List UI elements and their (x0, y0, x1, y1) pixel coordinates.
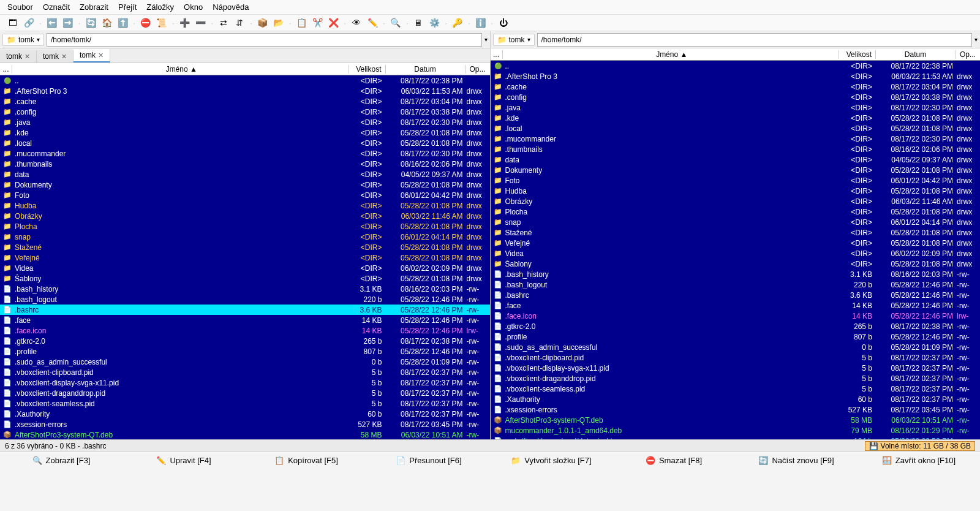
right-file-list[interactable]: ..<DIR>08/17/22 02:38 PM.AfterShot Pro 3… (491, 61, 981, 439)
file-row[interactable]: .AfterShot Pro 3<DIR>06/03/22 11:53 AMdr… (491, 71, 981, 81)
file-row[interactable]: .bash_history3.1 KB08/16/22 02:03 PM-rw- (0, 284, 490, 294)
move-icon[interactable]: ✂️ (312, 17, 323, 28)
close-icon[interactable]: ✕ (61, 53, 67, 61)
terminal-icon[interactable]: 🖥 (413, 17, 424, 28)
col-menu[interactable]: ... (0, 65, 12, 74)
col-perm[interactable]: Op... (956, 50, 980, 59)
file-row[interactable]: .face14 KB05/28/22 12:46 PM-rw- (0, 315, 490, 325)
file-row[interactable]: AfterShotPro3-system-QT.deb58 MB06/03/22… (0, 430, 490, 439)
file-row[interactable]: Stažené<DIR>05/28/22 01:08 PMdrwx (0, 242, 490, 252)
file-row[interactable]: .sudo_as_admin_successful0 b05/28/22 01:… (491, 342, 981, 352)
info-icon[interactable]: ℹ️ (475, 17, 486, 28)
file-row[interactable]: .vboxclient-display-svga-x11.pid5 b08/17… (0, 377, 490, 388)
new-window-icon[interactable]: 🗔 (7, 17, 18, 28)
forward-icon[interactable]: ➡️ (62, 17, 74, 28)
left-drive-button[interactable]: 📁 tomk ▾ (2, 34, 44, 46)
file-row[interactable]: Videa<DIR>06/02/22 02:09 PMdrwx (491, 248, 981, 259)
file-row[interactable]: Šablony<DIR>05/28/22 01:08 PMdrwx (491, 259, 981, 269)
link-icon[interactable]: 🔗 (23, 17, 34, 28)
file-row[interactable]: .profile807 b05/28/22 12:46 PM-rw- (491, 331, 981, 342)
file-row[interactable]: Dokumenty<DIR>05/28/22 01:08 PMdrwx (0, 180, 490, 190)
file-row[interactable]: Hudba<DIR>05/28/22 01:08 PMdrwx (0, 200, 490, 211)
key-icon[interactable]: 🔑 (452, 17, 463, 28)
file-row[interactable]: Foto<DIR>06/01/22 04:42 PMdrwx (491, 175, 981, 186)
file-row[interactable]: .java<DIR>08/17/22 02:30 PMdrwx (0, 117, 490, 127)
proc-icon[interactable]: ⚙️ (429, 17, 440, 28)
right-drive-button[interactable]: 📁 tomk ▾ (493, 34, 535, 46)
file-row[interactable]: .bashrc3.6 KB05/28/22 12:46 PM-rw- (0, 305, 490, 315)
preview-icon[interactable]: 👁 (351, 17, 362, 28)
file-row[interactable]: .Xauthority60 b08/17/22 02:37 PM-rw- (491, 394, 981, 404)
file-row[interactable]: Videa<DIR>06/02/22 02:09 PMdrwx (0, 263, 490, 273)
file-row[interactable]: Hudba<DIR>05/28/22 01:08 PMdrwx (491, 186, 981, 196)
hist-icon[interactable]: 📜 (156, 17, 167, 28)
fn-button[interactable]: 📁Vytvořit složku [F7] (490, 456, 612, 465)
chevron-down-icon[interactable]: ▾ (484, 36, 488, 43)
fn-button[interactable]: ⛔Smazat [F8] (612, 456, 735, 465)
left-file-list[interactable]: ..<DIR>08/17/22 02:38 PM.AfterShot Pro 3… (0, 75, 490, 439)
close-icon[interactable]: ✕ (98, 51, 104, 59)
chevron-down-icon[interactable]: ▾ (974, 36, 978, 43)
file-row[interactable]: ..<DIR>08/17/22 02:38 PM (0, 75, 490, 86)
file-row[interactable]: .vboxclient-clipboard.pid5 b08/17/22 02:… (491, 352, 981, 363)
file-row[interactable]: .cache<DIR>08/17/22 03:04 PMdrwx (491, 81, 981, 92)
file-row[interactable]: .vboxclient-seamless.pid5 b08/17/22 02:3… (491, 384, 981, 394)
file-row[interactable]: Veřejné<DIR>05/28/22 01:08 PMdrwx (0, 252, 490, 263)
menu-záložky[interactable]: Záložky (146, 2, 174, 12)
col-date[interactable]: Datum (386, 65, 466, 74)
file-row[interactable]: .mucommander<DIR>08/17/22 02:30 PMdrwx (0, 148, 490, 159)
file-row[interactable]: .kde<DIR>05/28/22 01:08 PMdrwx (491, 113, 981, 123)
file-row[interactable]: Stažené<DIR>05/28/22 01:08 PMdrwx (491, 227, 981, 238)
unpack-icon[interactable]: 📂 (273, 17, 284, 28)
file-row[interactable]: data<DIR>04/05/22 09:37 AMdrwx (0, 169, 490, 180)
menu-nápověda[interactable]: Nápověda (213, 2, 249, 12)
file-row[interactable]: .vboxclient-draganddrop.pid5 b08/17/22 0… (0, 388, 490, 398)
pack-icon[interactable]: 📦 (257, 17, 268, 28)
file-row[interactable]: .face14 KB05/28/22 12:46 PM-rw- (491, 300, 981, 311)
reload-icon[interactable]: 🔄 (85, 17, 96, 28)
file-row[interactable]: .Xauthority60 b08/17/22 02:37 PM-rw- (0, 409, 490, 419)
edit-icon[interactable]: ✏️ (367, 17, 378, 28)
file-row[interactable]: .kde<DIR>05/28/22 01:08 PMdrwx (0, 127, 490, 138)
mark-icon[interactable]: ➕ (179, 17, 190, 28)
file-row[interactable]: snap<DIR>06/01/22 04:14 PMdrwx (491, 217, 981, 227)
power-icon[interactable]: ⏻ (498, 17, 509, 28)
file-row[interactable]: .mucommander<DIR>08/17/22 02:30 PMdrwx (491, 134, 981, 144)
tab-2[interactable]: tomk✕ (74, 49, 110, 62)
unmark-icon[interactable]: ➖ (195, 17, 206, 28)
file-row[interactable]: .java<DIR>08/17/22 02:30 PMdrwx (491, 102, 981, 113)
menu-přejít[interactable]: Přejít (118, 2, 137, 12)
copy-icon[interactable]: 📋 (296, 17, 307, 28)
col-name[interactable]: Jméno ▲ (12, 65, 349, 74)
file-row[interactable]: Veřejné<DIR>05/28/22 01:08 PMdrwx (491, 238, 981, 248)
find-icon[interactable]: 🔍 (390, 17, 401, 28)
file-row[interactable]: .bashrc3.6 KB05/28/22 12:46 PM-rw- (491, 290, 981, 300)
file-row[interactable]: .face.icon14 KB05/28/22 12:46 PMlrw- (491, 311, 981, 321)
fn-button[interactable]: 🔍Zobrazit [F3] (0, 456, 123, 465)
file-row[interactable]: .bash_logout220 b05/28/22 12:46 PM-rw- (491, 279, 981, 290)
file-row[interactable]: Obrázky<DIR>06/03/22 11:46 AMdrwx (491, 196, 981, 206)
file-row[interactable]: AfterShotPro3-system-QT.deb58 MB06/03/22… (491, 415, 981, 425)
file-row[interactable]: .cache<DIR>08/17/22 03:04 PMdrwx (0, 96, 490, 107)
col-menu[interactable]: ... (491, 50, 503, 59)
file-row[interactable]: .thumbnails<DIR>08/16/22 02:06 PMdrwx (491, 144, 981, 154)
file-row[interactable]: mucommander_1.0.1-1_amd64.deb79 MB08/16/… (491, 425, 981, 436)
file-row[interactable]: Plocha<DIR>05/28/22 01:08 PMdrwx (491, 206, 981, 217)
file-row[interactable]: .vboxclient-display-svga-x11.pid5 b08/17… (491, 363, 981, 373)
menu-zobrazit[interactable]: Zobrazit (80, 2, 108, 12)
file-row[interactable]: .bash_history3.1 KB08/16/22 02:03 PM-rw- (491, 269, 981, 279)
file-row[interactable]: .profile807 b05/28/22 12:46 PM-rw- (0, 346, 490, 357)
file-row[interactable]: Obrázky<DIR>06/03/22 11:46 AMdrwx (0, 211, 490, 221)
left-path-input[interactable] (47, 33, 481, 47)
right-path-input[interactable] (537, 33, 972, 47)
file-row[interactable]: .gtkrc-2.0265 b08/17/22 02:38 PM-rw- (491, 321, 981, 331)
col-date[interactable]: Datum (876, 50, 956, 59)
col-name[interactable]: Jméno ▲ (503, 50, 840, 59)
file-row[interactable]: .config<DIR>08/17/22 03:38 PMdrwx (0, 107, 490, 117)
file-row[interactable]: .sudo_as_admin_successful0 b05/28/22 01:… (0, 357, 490, 367)
file-row[interactable]: .config<DIR>08/17/22 03:38 PMdrwx (491, 92, 981, 102)
fn-button[interactable]: 🪟Zavřít okno [F10] (858, 456, 980, 465)
file-row[interactable]: .local<DIR>05/28/22 01:08 PMdrwx (491, 123, 981, 134)
file-row[interactable]: .xsession-errors527 KB08/17/22 03:45 PM-… (0, 419, 490, 430)
file-row[interactable]: .xsession-errors527 KB08/17/22 03:45 PM-… (491, 404, 981, 415)
